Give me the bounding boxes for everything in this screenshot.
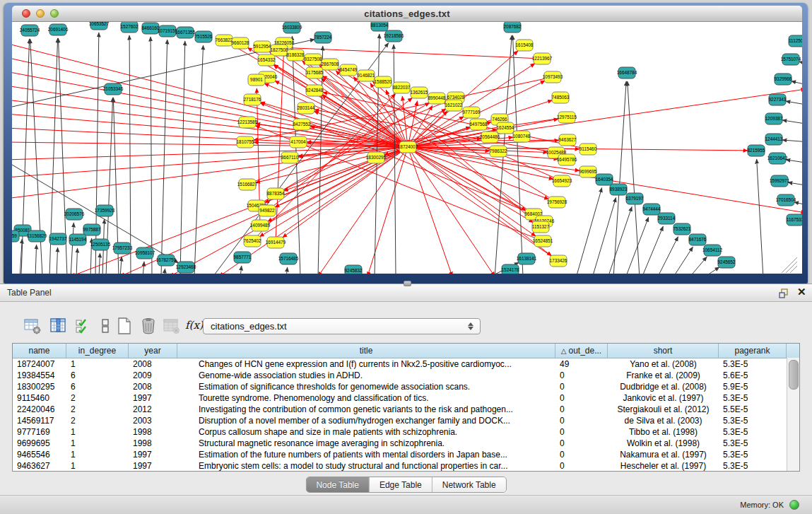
graph-node[interactable]: 1654332 — [258, 54, 276, 66]
graph-node[interactable]: 7515526 — [195, 31, 213, 42]
graph-node[interactable]: 6497568 — [470, 119, 488, 130]
tab-edge-table[interactable]: Edge Table — [369, 477, 432, 492]
graph-edge[interactable] — [129, 35, 131, 274]
tab-network-table[interactable]: Network Table — [432, 477, 506, 492]
close-panel-icon[interactable]: ✕ — [797, 286, 806, 298]
graph-node[interactable]: 1615408 — [516, 40, 534, 51]
graph-node[interactable]: 1209387 — [765, 113, 783, 124]
graph-node[interactable]: 16671355 — [175, 27, 196, 38]
graph-edge[interactable] — [786, 160, 802, 163]
graph-node[interactable]: 1640354 — [596, 174, 613, 185]
graph-node[interactable]: 8215955 — [748, 145, 765, 156]
graph-node[interactable]: 24055724 — [20, 25, 40, 36]
graph-edge[interactable] — [788, 182, 802, 186]
graph-edge[interactable] — [57, 247, 58, 274]
graph-node[interactable]: 19218586 — [384, 30, 404, 42]
graph-node[interactable]: 7663822 — [216, 35, 233, 46]
graph-edge[interactable] — [792, 81, 802, 86]
table-row[interactable]: 1938455462009Genome-wide association stu… — [13, 370, 799, 381]
graph-node[interactable]: 16524851 — [533, 235, 553, 247]
delete-rows-icon[interactable] — [139, 317, 158, 335]
graph-node[interactable]: 19756928 — [547, 197, 567, 208]
graph-node[interactable]: 1524178 — [502, 264, 519, 274]
graph-node[interactable]: 10653527 — [89, 22, 110, 30]
table-scrollbar[interactable] — [787, 358, 799, 471]
graph-node[interactable]: 9474444 — [643, 204, 661, 215]
graph-node[interactable]: 5912954 — [254, 41, 271, 52]
function-builder-icon[interactable]: f(x) — [185, 319, 204, 337]
graph-node[interactable]: 9777169 — [463, 107, 481, 118]
graph-node[interactable]: 10958107 — [135, 247, 155, 259]
graph-edge[interactable] — [12, 147, 408, 199]
graph-edge[interactable] — [12, 100, 408, 147]
graph-edge[interactable] — [782, 140, 802, 142]
table-row[interactable]: 1456911722003Disruption of a novel membe… — [13, 415, 799, 426]
column-header-out-de-[interactable]: △out_de... — [555, 344, 608, 358]
graph-node[interactable]: 7532621 — [673, 223, 691, 235]
graph-node[interactable]: 1810755 — [237, 136, 254, 148]
graph-node[interactable]: 8813054 — [371, 22, 389, 31]
tab-node-table[interactable]: Node Table — [306, 477, 369, 492]
graph-edge[interactable] — [71, 223, 73, 274]
graph-node[interactable]: 17359928 — [95, 205, 115, 216]
graph-node[interactable]: 9146821 — [358, 70, 375, 81]
graph-node[interactable]: 16138141 — [517, 253, 537, 264]
graph-edge[interactable] — [240, 266, 242, 274]
graph-edge[interactable] — [625, 217, 649, 274]
graph-node[interactable]: 16495786 — [557, 154, 577, 165]
graph-edge[interactable] — [12, 71, 408, 147]
graph-edge[interactable] — [513, 35, 523, 274]
new-table-icon[interactable] — [115, 317, 134, 335]
graph-edge[interactable] — [757, 159, 763, 274]
graph-node[interactable]: 8667110 — [281, 152, 299, 163]
graph-edge[interactable] — [95, 33, 99, 274]
graph-node[interactable]: 8186328 — [287, 49, 305, 61]
graph-node[interactable]: 12975115 — [557, 112, 577, 123]
graph-edge[interactable] — [394, 45, 396, 274]
graph-node[interactable]: 8454749 — [340, 64, 358, 76]
graph-node[interactable]: 1527602 — [121, 22, 139, 33]
graph-edge[interactable] — [76, 248, 78, 274]
resize-handle-icon[interactable] — [790, 266, 797, 273]
graph-node[interactable]: 17016504 — [776, 194, 796, 206]
graph-node[interactable]: 1145194 — [69, 234, 87, 245]
graph-node[interactable]: 1588520 — [375, 76, 392, 88]
float-panel-icon[interactable] — [778, 288, 789, 299]
graph-node[interactable]: 1733426 — [550, 255, 567, 267]
graph-node[interactable]: 20564486 — [480, 132, 500, 143]
graph-node[interactable]: 13156829 — [27, 230, 47, 242]
graph-node[interactable]: 18724007 — [398, 141, 418, 153]
graph-node[interactable]: 1827508 — [271, 45, 288, 56]
graph-node[interactable]: 16210643 — [767, 153, 788, 164]
graph-node[interactable]: 9857771 — [234, 252, 252, 263]
column-visibility-icon[interactable] — [49, 317, 68, 335]
grip-icon[interactable] — [96, 317, 114, 335]
graph-node[interactable]: 16033809 — [282, 22, 302, 33]
table-row[interactable]: 946362711997Embryonic stem cells: a mode… — [13, 460, 799, 472]
graph-edge[interactable] — [782, 120, 802, 124]
graph-node[interactable]: 16914479 — [266, 237, 286, 248]
graph-node[interactable]: 10973493 — [543, 71, 563, 83]
graph-edge[interactable] — [408, 147, 534, 223]
graph-node[interactable]: 9242848 — [306, 85, 324, 96]
table-row[interactable]: 1872400712008Changes of HCN gene express… — [13, 358, 799, 370]
graph-node[interactable]: 1624554 — [497, 122, 514, 134]
graph-node[interactable]: 1244413 — [765, 134, 783, 145]
graph-node[interactable]: 7485063 — [552, 92, 570, 103]
graph-edge[interactable] — [120, 257, 122, 274]
graph-node[interactable]: 9699695 — [579, 166, 597, 177]
graph-edge[interactable] — [161, 40, 167, 274]
graph-node[interactable]: 12213967 — [532, 53, 553, 64]
graph-edge[interactable] — [689, 257, 707, 274]
table-row[interactable]: 969969511998Structural magnetic resonanc… — [13, 438, 799, 449]
graph-node[interactable]: 8471676 — [689, 234, 707, 245]
graph-edge[interactable] — [786, 101, 802, 105]
table-row[interactable]: 946554611997Estimation of the future num… — [13, 449, 799, 460]
table-row[interactable]: 977716911998Corpus callosum shape and si… — [13, 426, 799, 438]
column-header-pagerank[interactable]: pagerank — [719, 344, 787, 358]
graph-edge[interactable] — [673, 247, 693, 274]
graph-node[interactable]: 10654112 — [702, 245, 722, 256]
window-titlebar[interactable]: citations_edges.txt — [12, 6, 802, 22]
graph-node[interactable]: 1362615 — [411, 87, 428, 98]
graph-node[interactable]: 16648784 — [617, 67, 637, 78]
